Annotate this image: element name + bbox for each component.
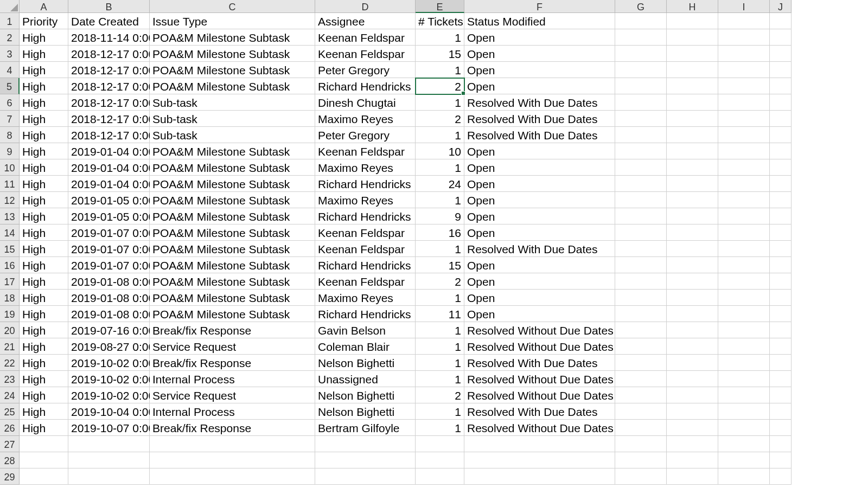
- cell-H16[interactable]: [667, 257, 718, 273]
- row-header-10[interactable]: 10: [0, 159, 20, 176]
- header-cell-F1[interactable]: Status Modified: [464, 13, 615, 29]
- cell-C17[interactable]: POA&M Milestone Subtask: [150, 273, 315, 290]
- cell-J28[interactable]: [770, 452, 792, 468]
- row-header-12[interactable]: 12: [0, 192, 20, 208]
- cell-B12[interactable]: 2019-01-05 0:00: [68, 192, 150, 208]
- cell-C22[interactable]: Break/fix Response: [150, 355, 315, 371]
- cell-D4[interactable]: Peter Gregory: [315, 62, 416, 78]
- cell-J7[interactable]: [770, 111, 792, 127]
- cell-J12[interactable]: [770, 192, 792, 208]
- row-header-14[interactable]: 14: [0, 224, 20, 241]
- row-header-20[interactable]: 20: [0, 322, 20, 338]
- cell-F9[interactable]: Open: [464, 143, 615, 159]
- cell-F8[interactable]: Resolved With Due Dates: [464, 127, 615, 143]
- cell-J22[interactable]: [770, 355, 792, 371]
- cell-B19[interactable]: 2019-01-08 0:00: [68, 306, 150, 322]
- cell-E21[interactable]: 1: [416, 338, 464, 355]
- cell-B2[interactable]: 2018-11-14 0:00: [68, 29, 150, 46]
- row-header-25[interactable]: 25: [0, 403, 20, 420]
- cell-B3[interactable]: 2018-12-17 0:00: [68, 46, 150, 62]
- cell-H27[interactable]: [667, 436, 718, 452]
- cell-B13[interactable]: 2019-01-05 0:00: [68, 208, 150, 224]
- cell-D5[interactable]: Richard Hendricks: [315, 78, 416, 94]
- cell-E29[interactable]: [416, 468, 464, 485]
- cell-I29[interactable]: [718, 468, 770, 485]
- cell-E24[interactable]: 2: [416, 387, 464, 403]
- cell-C23[interactable]: Internal Process: [150, 371, 315, 387]
- cell-H22[interactable]: [667, 355, 718, 371]
- cell-I9[interactable]: [718, 143, 770, 159]
- cell-G23[interactable]: [615, 371, 667, 387]
- cell-C8[interactable]: Sub-task: [150, 127, 315, 143]
- row-header-22[interactable]: 22: [0, 355, 20, 371]
- cell-D19[interactable]: Richard Hendricks: [315, 306, 416, 322]
- cell-F22[interactable]: Resolved With Due Dates: [464, 355, 615, 371]
- cell-E5[interactable]: 2: [416, 78, 464, 94]
- cell-J20[interactable]: [770, 322, 792, 338]
- cell-E10[interactable]: 1: [416, 159, 464, 176]
- cell-I28[interactable]: [718, 452, 770, 468]
- cell-J2[interactable]: [770, 29, 792, 46]
- cell-J4[interactable]: [770, 62, 792, 78]
- cell-B29[interactable]: [68, 468, 150, 485]
- cell-I7[interactable]: [718, 111, 770, 127]
- cell-I8[interactable]: [718, 127, 770, 143]
- row-header-7[interactable]: 7: [0, 111, 20, 127]
- cell-C9[interactable]: POA&M Milestone Subtask: [150, 143, 315, 159]
- cell-E4[interactable]: 1: [416, 62, 464, 78]
- cell-B24[interactable]: 2019-10-02 0:00: [68, 387, 150, 403]
- row-header-6[interactable]: 6: [0, 94, 20, 111]
- cell-E20[interactable]: 1: [416, 322, 464, 338]
- cell-F23[interactable]: Resolved Without Due Dates: [464, 371, 615, 387]
- cell-G2[interactable]: [615, 29, 667, 46]
- cell-I19[interactable]: [718, 306, 770, 322]
- cell-H12[interactable]: [667, 192, 718, 208]
- cell-G22[interactable]: [615, 355, 667, 371]
- cell-G29[interactable]: [615, 468, 667, 485]
- cell-D17[interactable]: Keenan Feldspar: [315, 273, 416, 290]
- cell-I17[interactable]: [718, 273, 770, 290]
- cell-E25[interactable]: 1: [416, 403, 464, 420]
- cell-A21[interactable]: High: [20, 338, 68, 355]
- header-cell-C1[interactable]: Issue Type: [150, 13, 315, 29]
- cell-F19[interactable]: Open: [464, 306, 615, 322]
- cell-H28[interactable]: [667, 452, 718, 468]
- cell-J17[interactable]: [770, 273, 792, 290]
- cell-I16[interactable]: [718, 257, 770, 273]
- cell-D8[interactable]: Peter Gregory: [315, 127, 416, 143]
- cell-A11[interactable]: High: [20, 176, 68, 192]
- cell-G18[interactable]: [615, 290, 667, 306]
- cell-B11[interactable]: 2019-01-04 0:00: [68, 176, 150, 192]
- header-cell-B1[interactable]: Date Created: [68, 13, 150, 29]
- cell-E9[interactable]: 10: [416, 143, 464, 159]
- cell-F6[interactable]: Resolved With Due Dates: [464, 94, 615, 111]
- cell-E18[interactable]: 1: [416, 290, 464, 306]
- cell-J18[interactable]: [770, 290, 792, 306]
- cell-F3[interactable]: Open: [464, 46, 615, 62]
- cell-H25[interactable]: [667, 403, 718, 420]
- cell-I10[interactable]: [718, 159, 770, 176]
- cell-G24[interactable]: [615, 387, 667, 403]
- column-header-A[interactable]: A: [20, 0, 68, 13]
- row-header-23[interactable]: 23: [0, 371, 20, 387]
- cell-C5[interactable]: POA&M Milestone Subtask: [150, 78, 315, 94]
- cell-G12[interactable]: [615, 192, 667, 208]
- cell-B14[interactable]: 2019-01-07 0:00: [68, 224, 150, 241]
- header-cell-G1[interactable]: [615, 13, 667, 29]
- header-cell-I1[interactable]: [718, 13, 770, 29]
- cell-F29[interactable]: [464, 468, 615, 485]
- cell-J24[interactable]: [770, 387, 792, 403]
- cell-D25[interactable]: Nelson Bighetti: [315, 403, 416, 420]
- cell-C27[interactable]: [150, 436, 315, 452]
- cell-G4[interactable]: [615, 62, 667, 78]
- cell-A5[interactable]: High: [20, 78, 68, 94]
- cell-F10[interactable]: Open: [464, 159, 615, 176]
- cell-H13[interactable]: [667, 208, 718, 224]
- cell-E7[interactable]: 2: [416, 111, 464, 127]
- cell-A6[interactable]: High: [20, 94, 68, 111]
- cell-G16[interactable]: [615, 257, 667, 273]
- cell-A26[interactable]: High: [20, 420, 68, 436]
- cell-E17[interactable]: 2: [416, 273, 464, 290]
- cell-G26[interactable]: [615, 420, 667, 436]
- column-header-H[interactable]: H: [667, 0, 718, 13]
